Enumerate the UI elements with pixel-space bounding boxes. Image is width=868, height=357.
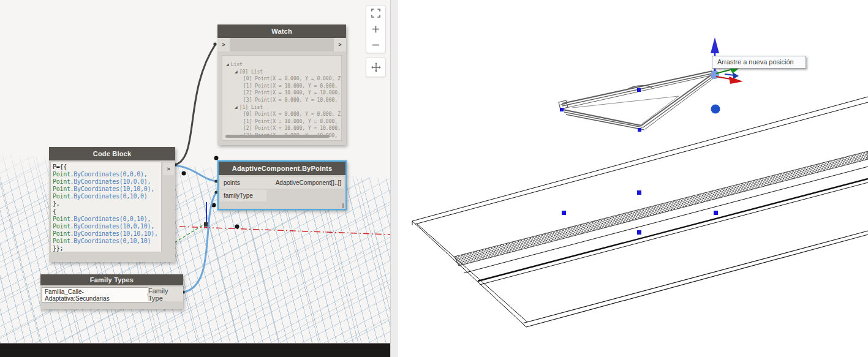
watch-list-row: [1] Point(X = 10.000, Y = 0.000, [222,83,341,90]
adaptive-point[interactable] [638,128,641,132]
pan-button-group [366,57,386,77]
pan-button[interactable] [369,61,383,74]
code-token: Point [53,216,70,222]
code-line: Point.ByCoordinates(0,0,10), [53,216,161,223]
watch-row-text: [1] List [240,105,263,110]
gizmo-plane-arrowhead[interactable] [733,72,739,79]
watch-horizontal-scrollbar[interactable] [225,135,330,138]
code-token: Point [53,178,70,185]
selected-point-handle[interactable] [711,70,719,79]
watch-row-text: List [231,62,243,67]
code-line: { [53,208,161,216]
watch-port-row: > > [217,38,346,51]
watch-row-text: [1] Point(X = 10.000, Y = 0.000, [243,119,338,124]
node-title-bar[interactable]: AdaptiveComponent.ByPoints [219,162,345,175]
node-title-bar[interactable]: Family Types [40,274,183,285]
node-adaptive-component-bypoints[interactable]: AdaptiveComponent.ByPoints points family… [217,160,347,210]
watch-list-row: [0] Point(X = 0.000, Y = 0.000, Z [222,75,341,83]
point-handle[interactable] [711,105,720,114]
output-port-adaptivecomponent[interactable]: AdaptiveComponent[]..[] [248,177,344,189]
code-token: }, [53,200,59,207]
code-token: .ByCoordinates(10,10,10), [70,230,158,237]
tree-expander-icon[interactable]: ◢ [235,68,238,75]
code-editor[interactable]: P={{Point.ByCoordinates(0,0,0),Point.ByC… [50,162,162,252]
tree-expander-icon[interactable]: ◢ [226,61,229,68]
gizmo-z-arrowhead[interactable] [711,37,719,53]
tree-expander-icon[interactable]: ◢ [235,103,238,111]
watch-list-row: ◢[0] List [222,69,341,76]
watch-input-port[interactable]: > [217,38,230,51]
watch-list-row: [0] Point(X = 0.000, Y = 0.000, Z [222,111,341,118]
node-title-bar[interactable]: Code Block [49,147,175,160]
code-line: Point.ByCoordinates(10,10,0), [53,186,161,193]
watch-row-text: [1] Point(X = 10.000, Y = 0.000, [243,83,338,89]
fit-view-button[interactable] [369,7,383,20]
watch-list-row: ◢[1] List [222,104,341,111]
canvas-bottom-bar [0,343,390,357]
wire-codeblock-to-watch[interactable] [175,44,216,165]
code-token: Point [53,186,70,192]
watch-list-row: [3] Point(X = 0.000, Y = 10.000, [222,97,341,104]
watch-row-text: [2] Point(X = 10.000, Y = 10.000, [243,90,341,96]
code-token: Point [53,238,70,244]
adaptive-point[interactable] [560,108,564,111]
fit-view-icon [371,9,380,18]
code-token: .ByCoordinates(0,0,0), [70,171,148,178]
preview-point [235,225,240,229]
preview-x-axis [179,227,390,235]
wire-codeblock-to-points[interactable] [175,165,216,181]
node-code-block[interactable]: Code Block P={{Point.ByCoordinates(0,0,0… [49,147,175,262]
zoom-in-icon [371,24,380,34]
node-resize-handle[interactable] [342,203,344,208]
zoom-out-icon [371,40,380,50]
adaptive-point[interactable] [714,211,718,215]
revit-geometry [398,0,868,357]
revit-3d-view[interactable]: Arrastre a nueva posición [398,0,868,357]
code-token: Point [53,171,70,178]
code-line: Point.ByCoordinates(0,10,10) [53,238,161,245]
watch-row-text: [2] Point(X = 10.000, Y = 10.000, [243,126,341,131]
code-line: P={{ [53,163,161,171]
code-token: .ByCoordinates(0,10,10) [70,238,151,244]
app-window: Watch > > ◢List◢[0] List[0] Point(X = 0.… [0,0,868,357]
gizmo-x-arrow[interactable] [716,77,730,79]
code-line: Point.ByCoordinates(10,10,10), [53,230,161,238]
zoom-in-button[interactable] [369,22,383,36]
node-family-types[interactable]: Family Types Familia_Calle-Adaptativa:Se… [40,274,183,309]
code-token: P={{ [53,163,67,170]
family-type-dropdown[interactable]: Familia_Calle-Adaptativa:Secundarias ˅ [42,287,153,303]
preview-point [214,156,219,160]
input-port-familytype[interactable]: familyType [220,190,266,201]
dynamo-canvas[interactable]: Watch > > ◢List◢[0] List[0] Point(X = 0.… [0,0,390,357]
code-line: }}; [53,245,161,252]
adaptive-component-truss[interactable] [559,71,715,130]
familytypes-output-port[interactable]: Family Type [148,287,183,301]
watch-row-text: [0] Point(X = 0.000, Y = 0.000, Z [243,76,341,81]
code-line: Point.ByCoordinates(10,0,10), [53,223,161,230]
pan-icon [371,62,381,72]
code-token: Point [53,193,70,200]
adaptive-point[interactable] [562,211,566,215]
adaptive-point[interactable] [637,190,641,195]
watch-row-text: [3] Point(X = 0.000, Y = 10.000, [243,97,338,103]
zoom-out-button[interactable] [369,38,383,51]
node-watch[interactable]: Watch > > ◢List◢[0] List[0] Point(X = 0.… [217,24,346,145]
wire-familytypes-to-familytype[interactable] [184,192,216,292]
codeblock-output-port[interactable]: > [163,163,174,175]
gizmo-x-arrowhead[interactable] [729,77,743,84]
watch-row-text: [0] Point(X = 0.000, Y = 0.000, Z [243,111,341,117]
code-token: { [53,208,56,215]
code-token: .ByCoordinates(10,0,10), [70,223,154,230]
watch-list-view[interactable]: ◢List◢[0] List[0] Point(X = 0.000, Y = 0… [222,55,342,141]
watch-output-port[interactable]: > [334,38,346,51]
adaptive-point[interactable] [637,230,641,235]
road-hatched-band [455,151,868,266]
code-token: .ByCoordinates(0,10,0) [70,193,148,200]
gizmo-y-arrow[interactable] [716,70,730,73]
node-title-bar[interactable]: Watch [217,24,346,38]
code-line: }, [53,200,161,208]
adaptive-point[interactable] [637,88,641,92]
code-line: Point.ByCoordinates(0,0,0), [53,171,161,178]
code-token: }}; [53,245,63,252]
code-token: .ByCoordinates(10,0,0), [70,178,151,185]
